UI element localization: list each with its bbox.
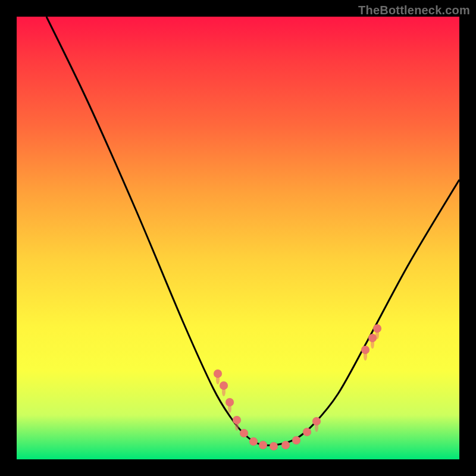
scatter-dot — [226, 398, 234, 406]
chart-frame: TheBottleneck.com — [0, 0, 476, 476]
bottleneck-curve — [46, 17, 459, 446]
scatter-dot — [281, 441, 290, 449]
scatter-dot — [233, 416, 241, 424]
scatter-dot — [373, 324, 381, 333]
watermark-text: TheBottleneck.com — [358, 4, 470, 17]
scatter-dot — [312, 417, 321, 425]
scatter-dot — [292, 436, 300, 444]
scatter-dot — [270, 442, 278, 450]
plot-area — [17, 17, 459, 459]
scatter-dot — [240, 429, 248, 437]
scatter-dot — [214, 369, 222, 378]
scatter-dots — [214, 324, 381, 450]
curve-svg — [17, 17, 459, 459]
scatter-dot — [220, 381, 228, 390]
scatter-dot — [249, 437, 258, 446]
scatter-dot — [368, 334, 377, 342]
scatter-dot — [361, 346, 369, 354]
scatter-dot — [259, 441, 267, 449]
scatter-dot — [303, 428, 311, 436]
